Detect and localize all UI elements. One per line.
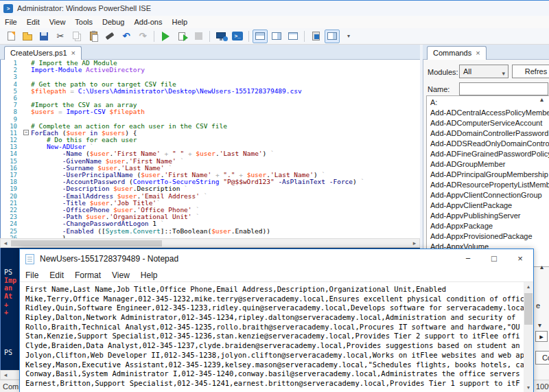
scroll-right-icon[interactable]: ▸ <box>410 239 419 247</box>
command-list-item[interactable]: Add-AppvClientConnectionGroup <box>427 190 549 200</box>
line-number: 4 <box>1 81 23 88</box>
command-list-item[interactable]: Add-AppvPublishingServer <box>427 211 549 221</box>
command-list-item[interactable]: Add-ADPrincipalGroupMembership <box>427 170 549 180</box>
fold-column <box>23 165 31 172</box>
show-script-pane-top-icon[interactable] <box>253 30 268 43</box>
copy-button[interactable]: Cop <box>535 351 549 365</box>
notepad-menu-view[interactable]: View <box>106 268 135 282</box>
copy-icon[interactable] <box>69 30 84 43</box>
editor-hscroll-thumb[interactable] <box>11 240 162 246</box>
start-powershell-exe-icon[interactable]: >_ <box>230 30 245 43</box>
line-number: 18 <box>1 178 23 185</box>
new-script-icon[interactable] <box>3 30 19 43</box>
undo-icon[interactable]: ↶ <box>119 30 134 43</box>
script-editor[interactable]: 1# Import the AD Module2Import-Module Ac… <box>0 60 420 238</box>
command-list-item[interactable]: A: <box>427 97 549 108</box>
menu-view[interactable]: View <box>45 16 71 28</box>
notepad-menu-file[interactable]: File <box>20 268 44 282</box>
notepad-vertical-scrollbar[interactable]: ▴ ▾ <box>524 282 533 392</box>
scroll-up-icon[interactable]: ▴ <box>524 282 533 292</box>
menu-addons[interactable]: Add-ons <box>129 16 167 28</box>
redo-icon[interactable]: ↷ <box>135 30 150 43</box>
fold-column <box>23 60 31 67</box>
command-list-item[interactable]: Add-AppvClientPackage <box>427 200 549 211</box>
ise-titlebar[interactable]: > Administrator: Windows PowerShell ISE <box>0 1 549 16</box>
command-list-item[interactable]: Add-ADCentralAccessPolicyMember <box>427 108 549 118</box>
new-remote-powershell-tab-icon[interactable] <box>213 30 229 43</box>
scroll-down-icon[interactable]: ▾ <box>524 383 533 392</box>
list-scrollbar-up-icon[interactable]: ▴ <box>540 95 544 103</box>
paste-icon[interactable] <box>86 30 101 43</box>
chevron-down-icon[interactable]: ▾ <box>538 321 541 329</box>
csv-line: Ridley,Quin,Software Engineer,012-345-12… <box>25 303 525 313</box>
line-number: 6 <box>1 95 23 102</box>
menu-edit[interactable]: Edit <box>22 16 45 28</box>
csv-line: Ripley,Dalton,Network Administrator,012-… <box>25 313 525 323</box>
csv-line: Mike,Terry,Office Manager,012-345-1232,m… <box>25 295 525 304</box>
notepad-vscroll-thumb[interactable] <box>524 293 533 325</box>
csv-line: First Name,Last Name,Job Title,Office Ph… <box>25 285 525 295</box>
show-script-pane-right-icon[interactable] <box>269 30 284 43</box>
command-list-item[interactable]: Add-AppxPackage <box>427 221 549 231</box>
commands-tab-close-icon[interactable]: × <box>476 49 480 57</box>
cut-icon[interactable]: ✂ <box>53 30 68 43</box>
scroll-right-button[interactable]: ▸ <box>535 331 548 342</box>
command-list-item[interactable]: Add-ADGroupMember <box>427 159 549 170</box>
scroll-left-icon[interactable]: ◂ <box>1 239 10 247</box>
run-script-icon[interactable] <box>158 30 173 43</box>
command-list-item[interactable]: Add-ADResourcePropertyListMember <box>427 180 549 190</box>
close-button[interactable]: × <box>507 249 533 268</box>
menu-debug[interactable]: Debug <box>97 16 129 28</box>
csv-line: Conway,Basil,System Administrator I,012-… <box>25 369 525 379</box>
refresh-button[interactable]: Refres <box>512 65 549 78</box>
notepad-titlebar[interactable]: NewUsers-1551728379489 - Notepad − □ × <box>20 249 533 268</box>
stop-operation-icon[interactable] <box>191 30 206 43</box>
name-input[interactable] <box>459 82 548 95</box>
new-powershell-tab-icon[interactable] <box>308 30 323 43</box>
command-list-item[interactable]: Add-ADDSReadOnlyDomainControllerAcco <box>427 139 549 149</box>
menu-tools[interactable]: Tools <box>70 16 97 28</box>
notepad-menu-format[interactable]: Format <box>69 268 106 282</box>
list-scrollbar-up-icon-2[interactable]: ▴ <box>540 263 544 270</box>
fold-column: − <box>23 130 31 137</box>
show-command-addon-icon[interactable] <box>325 30 340 43</box>
toolbar-overflow-icon[interactable]: ▾ <box>341 30 356 43</box>
notepad-menubar: FileEditFormatViewHelp <box>20 268 533 282</box>
run-selection-icon[interactable] <box>174 30 189 43</box>
csv-line: Rollo,Braith,Technical Analyst,012-345-1… <box>25 323 525 332</box>
clear-console-pane-icon[interactable] <box>102 30 117 43</box>
fold-column <box>23 143 31 150</box>
editor-horizontal-scrollbar[interactable]: ◂ ▸ <box>0 238 420 248</box>
modules-dropdown-value: All <box>463 67 471 76</box>
notepad-text-area[interactable]: First Name,Last Name,Job Title,Office Ph… <box>20 282 525 392</box>
command-list-item[interactable]: Add-ADDomainControllerPasswordReplicat <box>427 128 549 139</box>
command-list-item[interactable]: Add-ADFineGrainedPasswordPolicySubject <box>427 149 549 159</box>
minimize-button[interactable]: − <box>455 249 481 268</box>
modules-dropdown[interactable]: All ▾ <box>459 65 509 78</box>
command-list-item[interactable]: Add-AppxProvisionedPackage <box>427 231 549 242</box>
line-number: 17 <box>1 172 23 178</box>
command-list-item[interactable]: Add-ADComputerServiceAccount <box>427 118 549 128</box>
commands-tab-label: Commands <box>433 49 471 57</box>
powershell-app-icon: > <box>3 4 13 13</box>
fold-column <box>23 214 31 220</box>
tab-createusers-ps1[interactable]: CreateUsers.ps1 × <box>4 46 82 60</box>
save-icon[interactable] <box>36 30 51 43</box>
tab-commands[interactable]: Commands × <box>427 46 487 60</box>
code-text: Import-Module ActiveDirectory <box>31 67 420 73</box>
maximize-button[interactable]: □ <box>481 249 507 268</box>
zoom-level: 100% <box>536 382 549 391</box>
commands-list: A:Add-ADCentralAccessPolicyMemberAdd-ADC… <box>426 95 549 267</box>
code-text: -Enabled ([System.Convert]::ToBoolean($u… <box>31 228 420 235</box>
line-number: 20 <box>1 193 23 200</box>
collapse-icon[interactable]: − <box>23 130 29 135</box>
open-script-icon[interactable] <box>20 30 35 43</box>
csv-line: Jolyon,Clifton,Web Developer II,012-345-… <box>25 351 525 360</box>
notepad-menu-edit[interactable]: Edit <box>44 268 69 282</box>
scroll-left-icon[interactable]: ◂ <box>1 371 10 379</box>
notepad-menu-help[interactable]: Help <box>135 268 163 282</box>
script-tab-close-icon[interactable]: × <box>71 49 75 57</box>
show-script-pane-maximized-icon[interactable] <box>285 30 301 43</box>
menu-help[interactable]: Help <box>167 16 192 28</box>
menu-file[interactable]: File <box>0 16 22 28</box>
